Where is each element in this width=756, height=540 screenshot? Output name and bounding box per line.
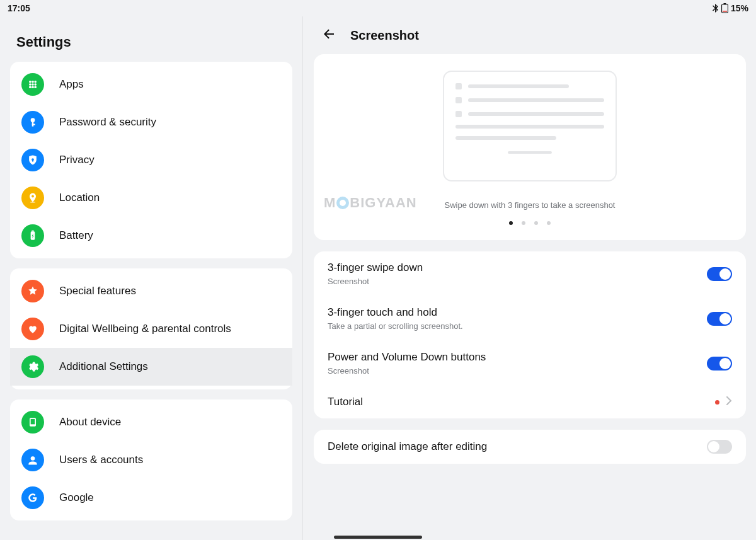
page-indicator[interactable] bbox=[509, 221, 551, 225]
page-dot[interactable] bbox=[534, 221, 538, 225]
demo-frame bbox=[443, 71, 617, 181]
setting-power-and-volume-down-buttons[interactable]: Power and Volume Down buttonsScreenshot bbox=[314, 341, 746, 386]
setting-title: Power and Volume Down buttons bbox=[328, 351, 707, 364]
sidebar-item-apps[interactable]: Apps bbox=[10, 66, 292, 103]
sidebar-title: Settings bbox=[0, 16, 302, 62]
sidebar-item-label: Additional Settings bbox=[59, 360, 148, 373]
setting-text: Power and Volume Down buttonsScreenshot bbox=[328, 351, 707, 376]
sidebar-item-password-security[interactable]: Password & security bbox=[10, 103, 292, 141]
svg-rect-20 bbox=[32, 231, 33, 232]
setting-tutorial[interactable]: Tutorial bbox=[314, 386, 746, 418]
sidebar-item-digital-wellbeing-parental-controls[interactable]: Digital Wellbeing & parental controls bbox=[10, 310, 292, 348]
status-right: 15% bbox=[713, 3, 748, 13]
svg-point-5 bbox=[34, 81, 37, 83]
sidebar-item-privacy[interactable]: Privacy bbox=[10, 141, 292, 179]
setting-text: Tutorial bbox=[328, 396, 715, 408]
svg-rect-16 bbox=[32, 160, 33, 162]
sidebar-item-label: About device bbox=[59, 416, 121, 428]
watermark: MBIGYAAN bbox=[324, 195, 417, 211]
sidebar-item-about-device[interactable]: About device bbox=[10, 403, 292, 441]
page-dot[interactable] bbox=[509, 221, 513, 225]
svg-point-7 bbox=[32, 83, 34, 86]
svg-point-11 bbox=[34, 86, 37, 88]
battery-percentage: 15% bbox=[731, 3, 748, 13]
sidebar-item-google[interactable]: Google bbox=[10, 479, 292, 517]
link-accessory bbox=[715, 396, 732, 408]
svg-point-4 bbox=[32, 81, 34, 83]
sidebar-item-label: Password & security bbox=[59, 116, 156, 129]
sidebar-item-additional-settings[interactable]: Additional Settings bbox=[10, 348, 292, 386]
sidebar-item-label: Location bbox=[59, 192, 100, 204]
svg-rect-2 bbox=[723, 11, 727, 12]
setting-subtitle: Screenshot bbox=[328, 366, 707, 376]
svg-point-9 bbox=[29, 86, 32, 88]
setting-title: 3-finger touch and hold bbox=[328, 306, 707, 319]
privacy-icon bbox=[21, 149, 44, 171]
status-time: 17:05 bbox=[8, 3, 30, 13]
sidebar-item-label: Special features bbox=[59, 285, 136, 297]
sidebar-group: Special featuresDigital Wellbeing & pare… bbox=[10, 268, 292, 389]
device-icon bbox=[21, 411, 44, 434]
detail-title: Screenshot bbox=[350, 28, 419, 43]
svg-point-23 bbox=[31, 456, 35, 461]
setting-subtitle: Screenshot bbox=[328, 277, 707, 286]
star-icon bbox=[21, 280, 44, 302]
sidebar-item-label: Apps bbox=[59, 78, 84, 91]
page-dot[interactable] bbox=[522, 221, 525, 225]
gear-icon bbox=[21, 355, 44, 378]
sidebar-item-label: Digital Wellbeing & parental controls bbox=[59, 323, 231, 335]
sidebar-item-special-features[interactable]: Special features bbox=[10, 272, 292, 310]
svg-point-8 bbox=[34, 83, 37, 86]
sidebar-group: AppsPassword & securityPrivacyLocationBa… bbox=[10, 62, 292, 258]
sidebar-item-label: Google bbox=[59, 491, 94, 504]
toggle-switch[interactable] bbox=[707, 312, 732, 326]
status-bar: 17:05 15% bbox=[0, 0, 756, 16]
chevron-right-icon bbox=[726, 396, 732, 408]
notification-dot-icon bbox=[715, 400, 719, 405]
apps-icon bbox=[21, 73, 44, 96]
demo-caption: Swipe down with 3 fingers to take a scre… bbox=[445, 200, 616, 210]
toggle-switch[interactable] bbox=[707, 440, 732, 454]
setting-title: 3-finger swipe down bbox=[328, 261, 707, 274]
detail-pane[interactable]: Screenshot Swipe down with 3 fingers to … bbox=[304, 16, 756, 540]
toggle-switch[interactable] bbox=[707, 267, 732, 281]
sidebar-item-users-accounts[interactable]: Users & accounts bbox=[10, 441, 292, 479]
settings-sidebar[interactable]: Settings AppsPassword & securityPrivacyL… bbox=[0, 16, 303, 540]
svg-rect-22 bbox=[31, 419, 35, 424]
setting-subtitle: Take a partial or scrolling screenshot. bbox=[328, 321, 707, 331]
setting-3-finger-touch-and-hold[interactable]: 3-finger touch and holdTake a partial or… bbox=[314, 296, 746, 341]
svg-point-6 bbox=[29, 83, 32, 86]
screenshot-settings-card: 3-finger swipe downScreenshot3-finger to… bbox=[314, 251, 746, 418]
bluetooth-icon bbox=[713, 4, 719, 13]
setting-text: 3-finger touch and holdTake a partial or… bbox=[328, 306, 707, 331]
setting-title: Delete original image after editing bbox=[328, 440, 707, 453]
setting-text: Delete original image after editing bbox=[328, 440, 707, 453]
back-arrow-icon bbox=[321, 26, 336, 42]
svg-point-12 bbox=[31, 118, 35, 122]
detail-header: Screenshot bbox=[304, 16, 756, 54]
sidebar-item-battery[interactable]: Battery bbox=[10, 217, 292, 255]
back-button[interactable] bbox=[321, 26, 336, 44]
nav-indicator[interactable] bbox=[334, 536, 422, 539]
toggle-switch[interactable] bbox=[707, 357, 732, 371]
sidebar-item-label: Users & accounts bbox=[59, 454, 143, 466]
svg-rect-14 bbox=[32, 124, 35, 125]
user-icon bbox=[21, 449, 44, 471]
svg-point-18 bbox=[30, 202, 35, 203]
setting-delete-original-image-after-editing[interactable]: Delete original image after editing bbox=[314, 430, 746, 464]
heart-icon bbox=[21, 318, 44, 340]
svg-point-3 bbox=[29, 81, 32, 83]
sidebar-item-label: Battery bbox=[59, 229, 93, 242]
svg-point-17 bbox=[32, 195, 34, 198]
google-icon bbox=[21, 486, 44, 509]
svg-point-10 bbox=[32, 86, 34, 88]
sidebar-item-location[interactable]: Location bbox=[10, 179, 292, 217]
location-icon bbox=[21, 187, 44, 209]
setting-title: Tutorial bbox=[328, 396, 715, 408]
sidebar-group: About deviceUsers & accountsGoogle bbox=[10, 399, 292, 520]
key-icon bbox=[21, 111, 44, 134]
setting-3-finger-swipe-down[interactable]: 3-finger swipe downScreenshot bbox=[314, 251, 746, 296]
battery-icon bbox=[21, 224, 44, 247]
tutorial-preview-card: Swipe down with 3 fingers to take a scre… bbox=[314, 54, 746, 240]
page-dot[interactable] bbox=[547, 221, 551, 225]
